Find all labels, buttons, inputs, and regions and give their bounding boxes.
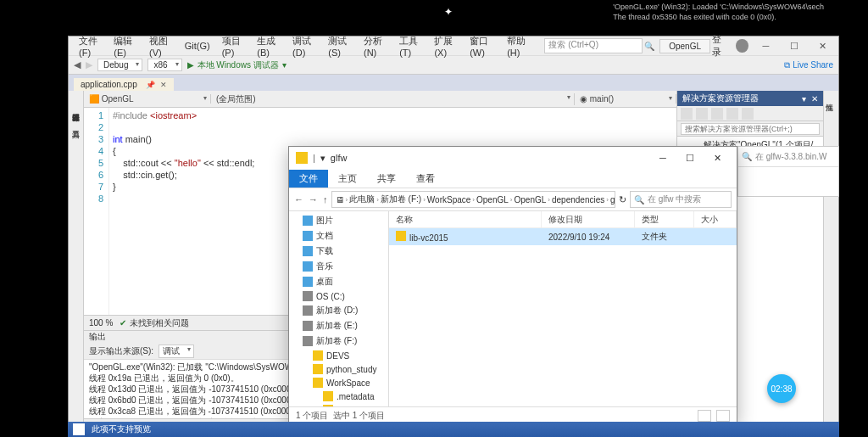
- breadcrumb[interactable]: 🖥›此电脑›新加卷 (F:)›WorkSpace›OpenGL›OpenGL›d…: [331, 191, 616, 208]
- menu-project[interactable]: 项目(P): [217, 33, 251, 59]
- menu-edit[interactable]: 编辑(E): [108, 33, 142, 59]
- view-large-icon[interactable]: [716, 410, 730, 422]
- nav-item[interactable]: 新加卷 (F:): [291, 333, 387, 349]
- ribbon-share[interactable]: 共享: [367, 170, 406, 188]
- member-dropdown[interactable]: (全局范围): [211, 93, 575, 105]
- se-search-input[interactable]: [681, 123, 820, 135]
- table-row[interactable]: lib-vc20152022/9/10 19:24文件夹: [389, 228, 737, 245]
- menu-analyze[interactable]: 分析(N): [359, 33, 392, 59]
- nav-item[interactable]: WorkSpace: [291, 376, 387, 389]
- explorer-titlebar: | ▾ glfw ─ ☐ ✕: [289, 147, 737, 169]
- refresh-icon[interactable]: ↻: [619, 194, 626, 205]
- explorer-nav-tree[interactable]: 图片文档下载音乐桌面OS (C:)新加卷 (D:)新加卷 (E:)新加卷 (F:…: [289, 211, 389, 406]
- debug-console: 'OpenGL.exe' (Win32): Loaded 'C:\Windows…: [613, 2, 824, 22]
- no-issues-label: 未找到相关问题: [130, 317, 189, 329]
- folder-icon: [296, 152, 308, 164]
- nav-item[interactable]: .metadata: [291, 389, 387, 403]
- explorer-addressbar: ← → ↑ 🖥›此电脑›新加卷 (F:)›WorkSpace›OpenGL›Op…: [289, 188, 737, 211]
- side-search-placeholder[interactable]: 在 glfw-3.3.8.bin.W: [755, 151, 826, 163]
- fwd-icon[interactable]: →: [309, 194, 318, 204]
- nav-item[interactable]: 桌面: [291, 274, 387, 289]
- live-share-button[interactable]: ⧉ Live Share: [784, 60, 833, 70]
- scope-dropdown[interactable]: 🟧 OpenGL: [84, 94, 211, 104]
- explorer-statusbar: 1 个项目 选中 1 个项目: [289, 406, 737, 423]
- menu-help[interactable]: 帮助(H): [502, 33, 536, 59]
- menubar: 文件(F) 编辑(E) 视图(V) Git(G) 项目(P) 生成(B) 调试(…: [69, 36, 838, 55]
- menu-file[interactable]: 文件(F): [74, 33, 107, 59]
- back-icon[interactable]: ←: [294, 194, 303, 204]
- func-dropdown[interactable]: ◉ main(): [575, 94, 676, 104]
- explorer-title: glfw: [331, 153, 348, 163]
- nav-item[interactable]: 新加卷 (D:): [291, 303, 387, 318]
- editor-nav: 🟧 OpenGL (全局范围) ◉ main(): [84, 91, 676, 108]
- nav-item[interactable]: 图片: [291, 213, 387, 228]
- nav-item[interactable]: OS (C:): [291, 289, 387, 303]
- nav-item[interactable]: 下载: [291, 244, 387, 259]
- nav-item[interactable]: python_study: [291, 362, 387, 376]
- se-home-icon[interactable]: [681, 108, 693, 120]
- vtab-properties[interactable]: 属性: [824, 91, 835, 98]
- side-explorer-window: 🔍在 glfw-3.3.8.bin.W: [737, 146, 839, 197]
- se-dropdown-icon[interactable]: ▾: [802, 94, 806, 104]
- search-icon: 🔍: [742, 152, 752, 161]
- se-title: 解决方案资源管理器 ▾✕: [677, 91, 823, 106]
- menu-build[interactable]: 生成(B): [252, 33, 286, 59]
- explorer-file-list[interactable]: 名称修改日期类型大小 lib-vc20152022/9/10 19:24文件夹: [389, 211, 737, 406]
- editor-tabs: application.cpp 📌 ✕: [69, 74, 838, 91]
- up-icon[interactable]: ↑: [323, 194, 328, 204]
- search-input[interactable]: 搜索 (Ctrl+Q): [544, 38, 643, 53]
- left-tool-tabs: 服务器资源管理器 工具箱: [69, 91, 84, 434]
- pin-icon[interactable]: 📌: [146, 81, 155, 89]
- taskbar[interactable]: 此项不支持预览: [68, 422, 839, 437]
- se-close-icon[interactable]: ✕: [811, 94, 818, 104]
- view-details-icon[interactable]: [698, 410, 711, 422]
- file-explorer-window: | ▾ glfw ─ ☐ ✕ 文件 主页 共享 查看 ← → ↑ 🖥›此电脑›新…: [288, 146, 737, 424]
- nav-item[interactable]: 音乐: [291, 259, 387, 274]
- menu-extensions[interactable]: 扩展(X): [429, 33, 463, 59]
- output-from-label: 显示输出来源(S):: [89, 345, 153, 357]
- menu-git[interactable]: Git(G): [180, 39, 215, 53]
- min-button[interactable]: ─: [650, 149, 676, 166]
- ribbon-file[interactable]: 文件: [289, 170, 328, 188]
- tab-application-cpp[interactable]: application.cpp 📌 ✕: [74, 78, 174, 91]
- platform-dropdown[interactable]: x86: [147, 59, 181, 71]
- close-button[interactable]: ✕: [812, 38, 833, 53]
- zoom-pct[interactable]: 100 %: [89, 318, 113, 328]
- menu-tools[interactable]: 工具(T): [394, 33, 427, 59]
- se-sync-icon[interactable]: [711, 108, 723, 120]
- se-refresh-icon[interactable]: [696, 108, 708, 120]
- windows-icon[interactable]: [73, 423, 85, 435]
- fwd-icon[interactable]: ▶: [86, 59, 92, 70]
- config-dropdown[interactable]: Debug: [97, 59, 142, 71]
- close-button[interactable]: ✕: [704, 149, 730, 166]
- menu-test[interactable]: 测试(S): [323, 33, 357, 59]
- avatar[interactable]: [736, 39, 748, 53]
- se-collapse-icon[interactable]: [726, 108, 738, 120]
- ok-icon: ✔: [120, 318, 126, 328]
- timer-badge[interactable]: 02:38: [767, 374, 796, 403]
- se-props-icon[interactable]: [742, 108, 754, 120]
- menu-view[interactable]: 视图(V): [144, 33, 178, 59]
- ribbon-view[interactable]: 查看: [406, 170, 445, 188]
- app-logo: ✦: [420, 2, 477, 22]
- max-button[interactable]: ☐: [783, 38, 804, 53]
- se-toolbar: [677, 106, 823, 121]
- back-icon[interactable]: ◀: [74, 59, 81, 70]
- ribbon-home[interactable]: 主页: [328, 170, 367, 188]
- right-tool-tabs: 属性: [823, 91, 838, 434]
- taskbar-preview-label: 此项不支持预览: [92, 423, 151, 435]
- run-button[interactable]: 本地 Windows 调试器 ▾: [187, 59, 287, 71]
- solution-combo[interactable]: OpenGL: [659, 39, 710, 53]
- explorer-ribbon: 文件 主页 共享 查看: [289, 169, 737, 188]
- close-icon[interactable]: ✕: [160, 81, 167, 89]
- min-button[interactable]: ─: [755, 38, 776, 53]
- menu-debug[interactable]: 调试(D): [287, 33, 321, 59]
- login-link[interactable]: 登录: [712, 33, 729, 59]
- menu-window[interactable]: 窗口(W): [465, 33, 500, 59]
- explorer-search[interactable]: 🔍 在 glfw 中搜索: [630, 191, 732, 208]
- nav-item[interactable]: 新加卷 (E:): [291, 318, 387, 333]
- output-from-dropdown[interactable]: 调试: [159, 345, 194, 358]
- nav-item[interactable]: 文档: [291, 228, 387, 244]
- max-button[interactable]: ☐: [677, 149, 703, 166]
- nav-item[interactable]: DEVS: [291, 349, 387, 362]
